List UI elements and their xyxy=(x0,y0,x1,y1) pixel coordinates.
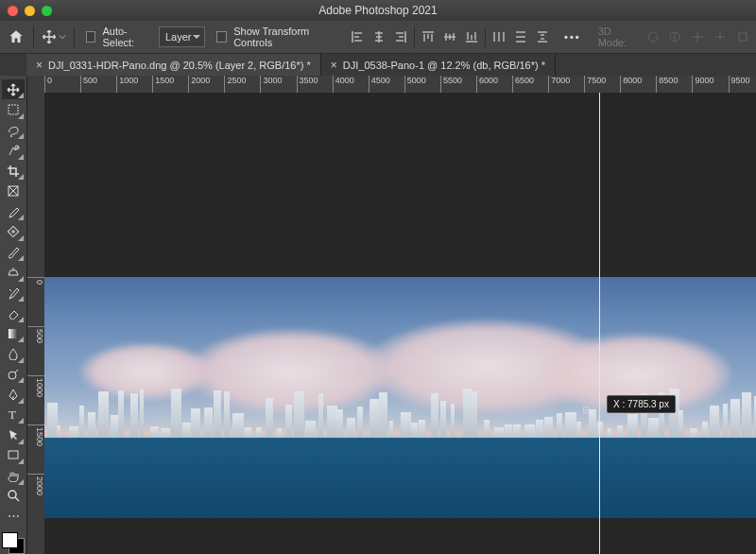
brush-tool[interactable] xyxy=(2,242,25,262)
h-ruler-tick: 9000 xyxy=(692,76,713,93)
h-ruler-tick: 8500 xyxy=(656,76,678,93)
align-bottom-icon[interactable] xyxy=(463,28,480,45)
auto-select-target-dropdown[interactable]: Layer xyxy=(159,26,206,47)
document-tab[interactable]: × DJI_0538-Pano-1 @ 12.2% (db, RGB/16*) … xyxy=(321,54,556,77)
eyedropper-tool[interactable] xyxy=(2,201,25,221)
close-tab-icon[interactable]: × xyxy=(36,59,43,72)
edit-toolbar-button[interactable]: ⋯ xyxy=(2,506,25,526)
tab-label: DJI_0331-HDR-Pano.dng @ 20.5% (Layer 2, … xyxy=(48,60,311,71)
path-selection-tool[interactable] xyxy=(2,424,25,444)
v-ruler-tick: 1500 xyxy=(27,424,44,446)
document-tab-active[interactable]: × DJI_0331-HDR-Pano.dng @ 20.5% (Layer 2… xyxy=(26,54,321,77)
svg-rect-2 xyxy=(739,33,747,41)
quick-selection-tool[interactable] xyxy=(2,140,25,160)
h-ruler-tick: 6000 xyxy=(476,76,498,93)
show-transform-label: Show Transform Controls xyxy=(233,26,335,48)
home-button[interactable] xyxy=(6,26,26,48)
vertical-ruler[interactable]: 0500100015002000 xyxy=(27,93,45,554)
distribute-v-icon[interactable] xyxy=(512,28,529,45)
move-tool-indicator[interactable] xyxy=(42,29,66,44)
ruler-origin[interactable] xyxy=(27,76,45,94)
svg-point-8 xyxy=(9,372,16,379)
distribute-spacing-icon[interactable] xyxy=(534,28,551,45)
3d-pan-icon xyxy=(690,28,705,45)
slice-handle-icon[interactable]: ⊟ xyxy=(582,405,590,415)
horizontal-ruler[interactable]: 0500100015002000250030003500400045005000… xyxy=(44,76,756,94)
show-transform-checkbox[interactable]: Show Transform Controls xyxy=(213,26,335,48)
auto-select-label: Auto-Select: xyxy=(102,26,150,48)
h-ruler-tick: 7000 xyxy=(548,76,570,93)
more-options-button[interactable]: ••• xyxy=(564,31,581,43)
align-left-icon[interactable] xyxy=(349,28,366,45)
h-ruler-tick: 4500 xyxy=(369,76,390,93)
3d-roll-icon xyxy=(668,28,683,45)
h-ruler-tick: 5500 xyxy=(440,76,462,93)
minimize-window-button[interactable] xyxy=(25,6,35,16)
h-ruler-tick: 2000 xyxy=(188,76,210,93)
history-brush-tool[interactable] xyxy=(2,283,25,303)
zoom-tool[interactable] xyxy=(2,486,25,506)
h-ruler-tick: 1500 xyxy=(152,76,174,93)
crop-tool[interactable] xyxy=(2,161,25,181)
workspace: T ⋯ 050010001500200025003000350040004500… xyxy=(0,76,756,554)
gradient-tool[interactable] xyxy=(2,323,25,343)
svg-rect-3 xyxy=(9,105,18,114)
eraser-tool[interactable] xyxy=(2,303,25,322)
align-top-icon[interactable] xyxy=(420,28,437,45)
vertical-guide[interactable] xyxy=(599,93,600,554)
image-sea-region xyxy=(44,438,756,518)
h-ruler-tick: 1000 xyxy=(116,76,138,93)
hand-tool[interactable] xyxy=(2,465,25,485)
tab-label: DJI_0538-Pano-1 @ 12.2% (db, RGB/16*) * xyxy=(343,60,545,71)
pen-tool[interactable] xyxy=(2,384,25,404)
3d-orbit-icon xyxy=(645,28,661,45)
v-ruler-tick: 2000 xyxy=(27,474,44,495)
v-ruler-tick: 1000 xyxy=(27,375,44,397)
separator xyxy=(74,26,75,47)
rectangular-marquee-tool[interactable] xyxy=(2,99,25,119)
document-tabs-bar: × DJI_0331-HDR-Pano.dng @ 20.5% (Layer 2… xyxy=(0,54,756,78)
align-vcenter-icon[interactable] xyxy=(441,28,458,45)
h-ruler-tick: 2500 xyxy=(224,76,246,93)
tool-panel: T ⋯ xyxy=(0,76,27,554)
h-ruler-tick: 0 xyxy=(44,76,52,93)
guide-position-value: X : 7785.3 px xyxy=(613,399,669,409)
svg-text:T: T xyxy=(9,407,16,421)
h-ruler-tick: 8000 xyxy=(620,76,642,93)
h-ruler-tick: 5000 xyxy=(404,76,426,93)
color-swatches[interactable] xyxy=(2,532,25,554)
zoom-window-button[interactable] xyxy=(42,6,52,16)
window-traffic-lights xyxy=(8,6,52,16)
h-ruler-tick: 3000 xyxy=(260,76,282,93)
h-ruler-tick: 500 xyxy=(80,76,97,93)
v-ruler-tick: 0 xyxy=(27,277,44,285)
app-title: Adobe Photoshop 2021 xyxy=(0,4,756,17)
frame-tool[interactable] xyxy=(2,181,25,200)
h-ruler-tick: 9500 xyxy=(729,76,750,93)
auto-select-checkbox[interactable]: Auto-Select: xyxy=(82,26,151,48)
foreground-color-swatch[interactable] xyxy=(2,532,18,548)
3d-slide-icon xyxy=(713,28,728,45)
separator xyxy=(414,26,415,47)
close-window-button[interactable] xyxy=(8,6,18,16)
dodge-tool[interactable] xyxy=(2,364,25,384)
type-tool[interactable]: T xyxy=(2,405,25,424)
close-tab-icon[interactable]: × xyxy=(331,59,337,72)
clone-stamp-tool[interactable] xyxy=(2,262,25,282)
blur-tool[interactable] xyxy=(2,343,25,363)
h-ruler-tick: 3500 xyxy=(297,76,318,93)
svg-point-11 xyxy=(9,491,16,498)
align-buttons-group xyxy=(349,26,551,47)
spot-healing-tool[interactable] xyxy=(2,221,25,241)
3d-zoom-icon xyxy=(735,28,750,45)
align-right-icon[interactable] xyxy=(392,28,409,45)
distribute-h-icon[interactable] xyxy=(490,28,507,45)
align-hcenter-icon[interactable] xyxy=(370,28,387,45)
h-ruler-tick: 4000 xyxy=(333,76,354,93)
canvas-area: 0500100015002000250030003500400045005000… xyxy=(27,76,756,554)
lasso-tool[interactable] xyxy=(2,120,25,140)
svg-rect-7 xyxy=(9,329,18,338)
rectangle-tool[interactable] xyxy=(2,445,25,465)
document-viewport[interactable]: ⊟ X : 7785.3 px xyxy=(44,93,756,554)
move-tool[interactable] xyxy=(2,79,25,99)
